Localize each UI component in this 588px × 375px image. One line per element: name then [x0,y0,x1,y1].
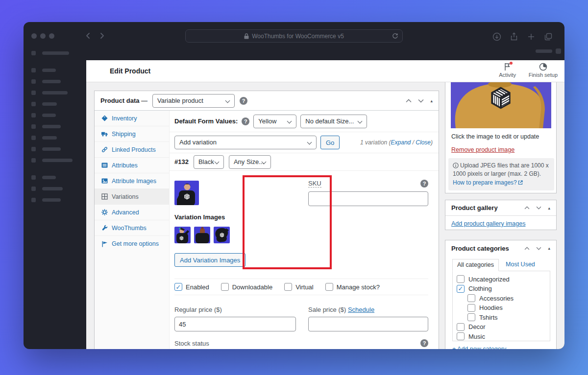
manage-stock-checkbox[interactable] [325,283,333,291]
move-down-icon[interactable] [536,247,541,250]
schedule-link[interactable]: Schedule [348,306,374,313]
forward-icon[interactable] [98,32,106,40]
category-item-uncategorized[interactable]: Uncategorized [457,275,546,283]
collapse-toggle-icon[interactable]: ▴ [548,206,550,211]
enabled-checkbox[interactable] [174,283,182,291]
address-bar[interactable]: WooThumbs for WooCommerce v5 [185,29,403,43]
new-tab-icon[interactable] [527,32,536,41]
sale-price-label: Sale price ($) Schedule [308,306,428,313]
help-icon[interactable]: ? [240,97,247,105]
tab-linked-products[interactable]: Linked Products [95,142,169,158]
finish-setup-button[interactable]: Finish setup [529,63,558,78]
tab-most-used[interactable]: Most Used [506,261,535,271]
upload-note: Upload JPEG files that are 1000 x 1000 p… [448,158,554,190]
variation-image-thumbnail[interactable] [174,181,199,205]
move-up-icon[interactable] [406,99,412,103]
music-checkbox[interactable] [457,332,465,340]
default-size-select[interactable]: No default Size... [300,115,367,128]
move-down-icon[interactable] [536,206,541,210]
add-variation-images-button[interactable]: Add Variation Images [174,253,245,267]
downloadable-checkbox[interactable] [221,283,229,291]
collapse-toggle-icon[interactable]: ▴ [548,246,550,251]
help-icon[interactable]: ? [242,117,249,125]
tshirts-checkbox[interactable] [467,313,475,321]
close-link[interactable]: Close [416,139,431,146]
maximize-window-icon[interactable] [49,33,54,39]
tab-get-more-options[interactable]: Get more options [95,236,169,252]
add-product-gallery-images-link[interactable]: Add product gallery images [451,220,525,227]
skeleton-row [31,68,56,72]
skeleton-square [556,48,561,54]
skeleton-row [31,124,61,129]
skeleton-row [31,51,69,55]
expand-link[interactable]: Expand [391,139,411,146]
regular-price-input[interactable] [174,317,296,331]
variation-gallery-thumb-1[interactable] [174,227,191,243]
add-variation-select[interactable]: Add variation [174,136,317,149]
gear-icon [101,209,108,215]
go-button[interactable]: Go [320,136,340,149]
category-item-tshirts[interactable]: Tshirts [467,313,546,321]
variation-color-select[interactable]: Black [194,155,224,169]
tab-overview-icon[interactable] [544,32,553,41]
product-featured-image[interactable] [451,82,551,128]
manage-stock-checkbox-item[interactable]: Manage stock? [325,283,380,291]
move-down-icon[interactable] [418,99,424,103]
how-to-prepare-images-link[interactable]: How to prepare images? [453,179,517,186]
default-attribute-select[interactable]: Yellow [253,115,296,128]
virtual-checkbox-item[interactable]: Virtual [284,283,314,291]
tab-variations[interactable]: Variations [95,189,169,205]
category-item-hoodies[interactable]: Hoodies [467,304,546,312]
variation-id: #132 [174,158,189,165]
uncategorized-checkbox[interactable] [457,275,465,283]
hoodies-checkbox[interactable] [467,304,475,312]
tab-woothumbs[interactable]: WooThumbs [95,220,169,236]
sale-price-input[interactable] [308,317,428,331]
variation-size-select[interactable]: Any Size... [229,155,271,169]
enabled-checkbox-item[interactable]: Enabled [174,283,209,291]
close-window-icon[interactable] [31,33,37,39]
add-new-category-link[interactable]: + Add new category [452,346,506,349]
downloadable-checkbox-item[interactable]: Downloadable [221,283,272,291]
collapse-toggle-icon[interactable]: ▴ [430,98,433,103]
accessories-checkbox[interactable] [467,294,475,302]
activity-button[interactable]: Activity [493,63,522,78]
tab-all-categories[interactable]: All categories [452,259,499,271]
clothing-checkbox[interactable] [457,285,465,293]
list-icon [101,162,108,168]
skeleton-row [31,79,61,84]
tab-attributes[interactable]: Attributes [95,158,169,173]
category-list: Uncategorized Clothing Accessories Hoodi… [452,271,550,341]
virtual-checkbox[interactable] [284,283,292,291]
tab-advanced[interactable]: Advanced [95,205,169,220]
skeleton-row [31,113,56,117]
variation-gallery-thumb-2[interactable] [194,227,210,243]
back-icon[interactable] [84,32,92,40]
info-icon [453,163,459,168]
tab-attribute-images[interactable]: Attribute Images [95,173,169,189]
tab-inventory[interactable]: Inventory [95,111,169,126]
category-item-music[interactable]: Music [457,332,546,340]
skeleton-row [31,158,73,163]
window-controls[interactable] [31,33,54,39]
external-link-icon [518,180,523,185]
product-categories-panel: Product categories ▴ All categories Most… [445,240,557,349]
minimize-window-icon[interactable] [40,33,46,39]
product-type-select[interactable]: Variable product [152,94,235,108]
category-item-accessories[interactable]: Accessories [467,294,546,302]
downloads-icon[interactable] [492,32,501,41]
address-text: WooThumbs for WooCommerce v5 [252,33,344,40]
tab-shipping[interactable]: Shipping [95,126,169,142]
share-icon[interactable] [510,32,518,41]
variation-gallery-thumb-3[interactable] [214,227,230,243]
decor-checkbox[interactable] [457,323,465,331]
remove-product-image-link[interactable]: Remove product image [451,146,514,153]
help-icon[interactable]: ? [420,180,428,188]
category-item-decor[interactable]: Decor [457,323,546,331]
help-icon[interactable]: ? [420,339,428,347]
reload-icon[interactable] [392,33,398,39]
move-up-icon[interactable] [524,247,530,250]
move-up-icon[interactable] [524,206,530,210]
category-item-clothing[interactable]: Clothing [457,285,546,293]
sku-input[interactable] [308,191,428,206]
